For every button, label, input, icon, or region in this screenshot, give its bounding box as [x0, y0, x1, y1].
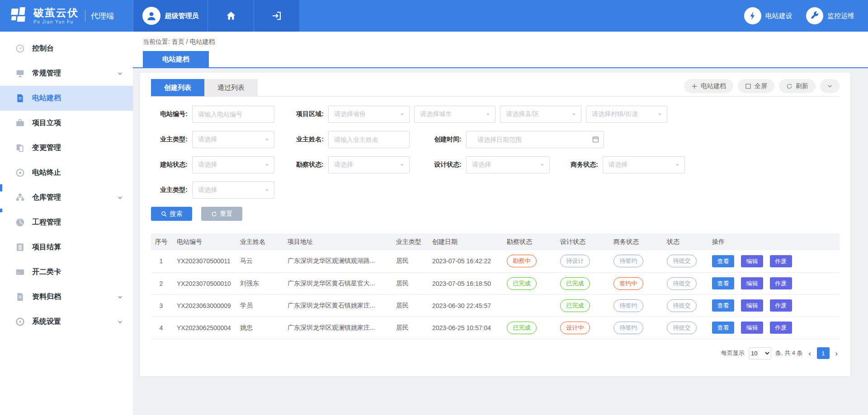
next-page-arrow[interactable]: › — [834, 349, 840, 358]
user-menu[interactable]: 超级管理员 — [133, 0, 208, 32]
per-page-select[interactable]: 10 — [749, 347, 771, 359]
user-icon — [146, 10, 157, 22]
header-right-nav: 电站建设 监控运维 — [744, 0, 868, 32]
copy-icon — [15, 143, 25, 153]
sidebar-item-station-archive[interactable]: 电站建档 — [0, 86, 133, 111]
sidebar-item-project-initiation[interactable]: 项目立项 — [0, 111, 133, 135]
prev-page-arrow[interactable]: ‹ — [807, 349, 813, 358]
edit-button[interactable]: 编辑 — [741, 322, 763, 334]
owner-name-input[interactable] — [328, 131, 410, 148]
reset-button[interactable]: 重置 — [201, 207, 242, 221]
search-label: 搜索 — [170, 210, 183, 218]
created-time-label: 创建时间: — [425, 135, 466, 144]
collapse-toolbar-button[interactable] — [820, 79, 840, 93]
filter-actions: 搜索 重置 — [151, 207, 840, 221]
owner-type2-select[interactable]: 请选择 — [192, 182, 274, 199]
sidebar-item-data-archive[interactable]: 资料归档 — [0, 284, 133, 309]
target-icon — [15, 168, 25, 178]
cell-code: YX2023070500011 — [171, 250, 235, 272]
page-number-active[interactable]: 1 — [817, 347, 830, 359]
edit-button[interactable]: 编辑 — [741, 299, 763, 312]
station-table: 序号 电站编号 业主姓名 项目地址 业主类型 创建日期 勘察状态 设计状态 商务… — [151, 233, 840, 339]
date-range-picker[interactable] — [466, 131, 604, 148]
tab-passed-list[interactable]: 通过列表 — [204, 79, 258, 96]
sidebar-item-general-mgmt[interactable]: 常规管理 — [0, 61, 133, 86]
avatar — [142, 7, 160, 25]
date-range-input[interactable] — [472, 131, 599, 148]
view-button[interactable]: 查看 — [712, 255, 734, 267]
sidebar-item-console[interactable]: 控制台 — [0, 36, 133, 61]
business-status-select[interactable]: 请选择 — [603, 156, 685, 173]
cell-code: YX2023063000009 — [171, 294, 235, 317]
briefcase-icon — [15, 118, 25, 128]
county-select[interactable]: 请选择县/区 — [500, 106, 581, 123]
void-button[interactable]: 作废 — [770, 299, 792, 312]
owner-type-select[interactable]: 请选择 — [192, 131, 274, 148]
cell-created: 2023-07-05 16:18:50 — [427, 272, 501, 294]
sidebar-item-station-terminate[interactable]: 电站终止 — [0, 160, 133, 185]
edit-button[interactable]: 编辑 — [741, 277, 763, 289]
sidebar-item-project-settlement[interactable]: 项目结算 — [0, 235, 133, 260]
col-address: 项目地址 — [282, 233, 391, 250]
sidebar-item-type2-card[interactable]: 开二类卡 — [0, 260, 133, 284]
void-button[interactable]: 作废 — [770, 322, 792, 334]
sidebar-item-change-mgmt[interactable]: 变更管理 — [0, 135, 133, 160]
wrench-icon — [806, 7, 823, 24]
logout-button[interactable] — [254, 0, 299, 32]
chevron-down-icon — [117, 294, 123, 300]
home-button[interactable] — [208, 0, 254, 32]
edit-button[interactable]: 编辑 — [741, 255, 763, 267]
archive-icon — [15, 292, 25, 302]
page-tab-station-archive[interactable]: 电站建档 — [143, 51, 209, 67]
refresh-button[interactable]: 刷新 — [779, 79, 816, 93]
fullscreen-button[interactable]: 全屏 — [738, 79, 774, 93]
sidebar-item-label: 电站终止 — [32, 168, 61, 177]
survey-status-select[interactable]: 请选择 — [328, 156, 410, 173]
station-code-input[interactable] — [192, 106, 274, 123]
status-badge: 待提交 — [667, 277, 697, 290]
view-button[interactable]: 查看 — [712, 299, 734, 312]
province-select[interactable]: 请选择省份 — [328, 106, 410, 123]
tab-create-list[interactable]: 创建列表 — [151, 79, 204, 96]
city-select[interactable]: 请选择城市 — [414, 106, 495, 123]
table-header-row: 序号 电站编号 业主姓名 项目地址 业主类型 创建日期 勘察状态 设计状态 商务… — [151, 233, 840, 250]
logo-divider — [85, 10, 85, 22]
nav-station-build-label: 电站建设 — [765, 12, 793, 20]
monitor-icon — [15, 69, 25, 79]
village-select[interactable]: 请选择村镇/街道 — [586, 106, 667, 123]
lightning-icon — [744, 7, 761, 24]
sidebar-scrollbar-thumb[interactable] — [0, 209, 2, 212]
breadcrumb-strip: 当前位置: 首页 / 电站建档 电站建档 — [133, 32, 868, 68]
cell-address: 广东深圳龙华区黄石镇星官大... — [282, 272, 391, 294]
search-button[interactable]: 搜索 — [151, 207, 192, 221]
build-status-label: 建站状态: — [151, 161, 192, 169]
cell-no: 4 — [151, 317, 171, 339]
sidebar-scrollbar-thumb[interactable] — [0, 184, 2, 191]
cell-owner: 马云 — [235, 250, 282, 272]
void-button[interactable]: 作废 — [770, 277, 792, 289]
design-status-select[interactable]: 请选择 — [466, 156, 550, 173]
gauge-icon — [15, 218, 25, 228]
status-badge: 待签约 — [613, 299, 643, 312]
toolbar: 电站建档 全屏 刷新 — [684, 79, 840, 96]
col-status: 状态 — [661, 233, 707, 250]
void-button[interactable]: 作废 — [770, 255, 792, 267]
build-status-select[interactable]: 请选择 — [192, 156, 274, 173]
view-button[interactable]: 查看 — [712, 322, 734, 334]
cell-owner: 学员 — [235, 294, 282, 317]
sidebar-item-label: 开二类卡 — [32, 267, 61, 277]
cell-type: 居民 — [391, 250, 427, 272]
view-button[interactable]: 查看 — [712, 277, 734, 289]
nav-monitor-ops[interactable]: 监控运维 — [806, 7, 854, 24]
sidebar-item-warehouse-mgmt[interactable]: 仓库管理 — [0, 185, 133, 210]
create-station-button[interactable]: 电站建档 — [684, 79, 733, 93]
sidebar-item-engineering-mgmt[interactable]: 工程管理 — [0, 210, 133, 235]
breadcrumb-home-link[interactable]: 首页 — [172, 38, 184, 45]
filter-form: 电站编号: 项目区域: 请选择省份 请选择城市 请选择县/区 — [151, 97, 840, 221]
status-badge: 待设计 — [560, 255, 590, 267]
nav-station-build[interactable]: 电站建设 — [744, 7, 793, 24]
breadcrumb-separator: / — [186, 38, 188, 45]
cell-created: 2023-06-25 10:57:04 — [427, 317, 501, 339]
home-icon — [226, 10, 236, 21]
sidebar-item-system-settings[interactable]: 系统设置 — [0, 309, 133, 334]
